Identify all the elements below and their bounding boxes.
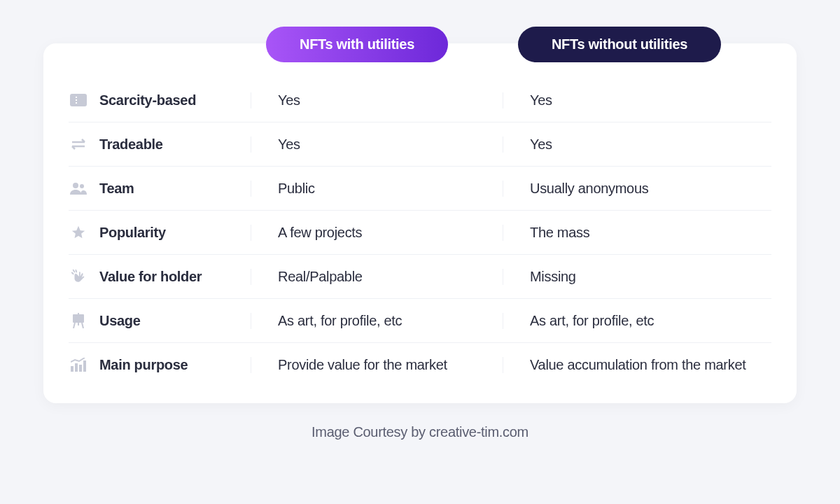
- svg-point-5: [80, 184, 84, 188]
- svg-line-10: [82, 323, 83, 328]
- chart-icon: [69, 356, 88, 373]
- cell-with: Yes: [251, 136, 503, 153]
- table-row: Tradeable Yes Yes: [69, 122, 771, 167]
- cell-without: Missing: [503, 269, 771, 285]
- table-row: Popularity A few projects The mass: [69, 211, 771, 255]
- table-row: Usage As art, for profile, etc As art, f…: [69, 299, 771, 343]
- exchange-icon: [69, 136, 88, 153]
- cell-with: Real/Palpable: [251, 269, 503, 285]
- svg-rect-14: [83, 360, 86, 372]
- row-label: Main purpose: [99, 357, 188, 373]
- clap-icon: [69, 268, 88, 285]
- svg-point-4: [73, 183, 78, 188]
- row-label-cell: Tradeable: [69, 136, 251, 153]
- svg-rect-3: [76, 102, 77, 104]
- table-row: Main purpose Provide value for the marke…: [69, 343, 771, 386]
- row-label: Tradeable: [99, 136, 163, 153]
- team-icon: [69, 180, 88, 197]
- svg-rect-6: [73, 314, 84, 323]
- row-label-cell: Usage: [69, 312, 251, 329]
- row-label: Scarcity-based: [99, 92, 196, 108]
- comparison-card: Scarcity-based Yes Yes Tradeable Yes Yes…: [43, 43, 797, 403]
- svg-line-9: [74, 323, 75, 328]
- cell-with: A few projects: [251, 225, 503, 241]
- row-label-cell: Popularity: [69, 224, 251, 241]
- svg-rect-12: [75, 363, 78, 372]
- cell-without: Yes: [503, 136, 771, 153]
- svg-rect-0: [70, 94, 87, 106]
- header-without-utilities: NFTs without utilities: [518, 27, 721, 62]
- cell-without: The mass: [503, 225, 771, 241]
- cell-without: Yes: [503, 92, 771, 108]
- header-pills: NFTs with utilities NFTs without utiliti…: [43, 27, 797, 62]
- row-label: Team: [99, 181, 134, 197]
- cell-with: Provide value for the market: [251, 357, 503, 373]
- comparison-table-wrapper: NFTs with utilities NFTs without utiliti…: [43, 43, 797, 403]
- ticket-icon: [69, 92, 88, 108]
- cell-without: Usually anonymous: [503, 181, 771, 197]
- header-with-utilities: NFTs with utilities: [266, 27, 448, 62]
- svg-rect-11: [71, 366, 74, 372]
- table-row: Team Public Usually anonymous: [69, 167, 771, 211]
- cell-without: As art, for profile, etc: [503, 313, 771, 329]
- cell-with: As art, for profile, etc: [251, 313, 503, 329]
- table-row: Scarcity-based Yes Yes: [69, 78, 771, 122]
- svg-rect-1: [76, 97, 77, 98]
- cell-without: Value accumulation from the market: [503, 357, 771, 373]
- cell-with: Yes: [251, 92, 503, 108]
- image-caption: Image Courtesy by creative-tim.com: [312, 424, 528, 440]
- table-row: Value for holder Real/Palpable Missing: [69, 255, 771, 299]
- svg-rect-2: [76, 99, 77, 101]
- row-label-cell: Scarcity-based: [69, 92, 251, 108]
- star-icon: [69, 224, 88, 241]
- row-label-cell: Main purpose: [69, 356, 251, 373]
- row-label: Popularity: [99, 225, 166, 241]
- row-label-cell: Value for holder: [69, 268, 251, 285]
- cell-with: Public: [251, 181, 503, 197]
- svg-rect-13: [79, 365, 82, 372]
- row-label: Value for holder: [99, 269, 202, 285]
- row-label-cell: Team: [69, 180, 251, 197]
- easel-icon: [69, 312, 88, 329]
- row-label: Usage: [99, 313, 141, 329]
